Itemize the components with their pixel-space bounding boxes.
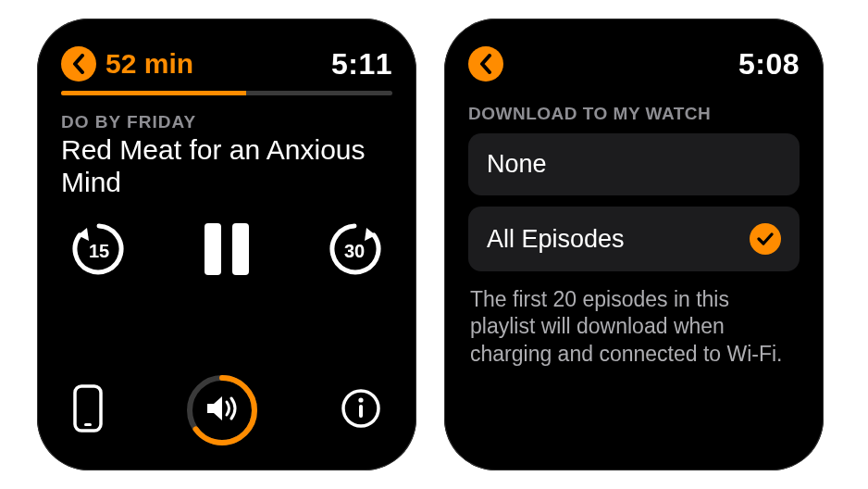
- watch-screen-download-settings: 5:08 DOWNLOAD TO MY WATCH None All Episo…: [444, 19, 824, 470]
- check-icon: [757, 232, 774, 245]
- back-group[interactable]: 52 min: [61, 46, 193, 82]
- section-title: DOWNLOAD TO MY WATCH: [468, 104, 800, 124]
- svg-rect-3: [84, 423, 92, 426]
- option-label: None: [487, 150, 547, 179]
- back-button[interactable]: [61, 46, 96, 82]
- output-device-button[interactable]: [72, 384, 104, 436]
- option-label: All Episodes: [487, 225, 625, 254]
- clock: 5:08: [738, 47, 800, 82]
- option-none[interactable]: None: [468, 133, 800, 195]
- time-remaining: 52 min: [105, 48, 193, 80]
- volume-ring: [186, 374, 258, 446]
- skip-back-icon: 15: [68, 219, 130, 280]
- chevron-left-icon: [71, 54, 86, 74]
- bottom-controls: [61, 374, 392, 446]
- podcast-name: DO BY FRIDAY: [61, 112, 392, 132]
- footer-description: The first 20 episodes in this playlist w…: [468, 282, 800, 368]
- episode-title: Red Meat for an Anxious Mind: [61, 134, 392, 198]
- header: 52 min 5:11: [61, 46, 392, 82]
- chevron-left-icon: [478, 54, 493, 74]
- transport-controls: 15 30: [61, 219, 392, 280]
- volume-button[interactable]: [186, 374, 258, 446]
- progress-fill: [61, 91, 246, 95]
- selected-indicator: [750, 223, 781, 255]
- option-all-episodes[interactable]: All Episodes: [468, 207, 800, 271]
- phone-icon: [72, 384, 104, 433]
- info-icon: [341, 388, 381, 429]
- pause-button[interactable]: [196, 219, 257, 280]
- svg-rect-7: [359, 405, 363, 418]
- pause-icon: [205, 223, 249, 275]
- back-button[interactable]: [468, 46, 503, 82]
- header: 5:08: [468, 46, 800, 82]
- watch-screen-now-playing: 52 min 5:11 DO BY FRIDAY Red Meat for an…: [37, 19, 416, 470]
- skip-forward-button[interactable]: 30: [324, 219, 385, 280]
- clock: 5:11: [331, 47, 392, 82]
- progress-track[interactable]: [61, 91, 392, 95]
- svg-text:15: 15: [89, 241, 109, 261]
- svg-text:30: 30: [344, 241, 365, 261]
- skip-forward-icon: 30: [324, 219, 385, 280]
- svg-point-6: [358, 397, 363, 402]
- skip-back-button[interactable]: 15: [68, 219, 130, 280]
- info-button[interactable]: [341, 388, 381, 433]
